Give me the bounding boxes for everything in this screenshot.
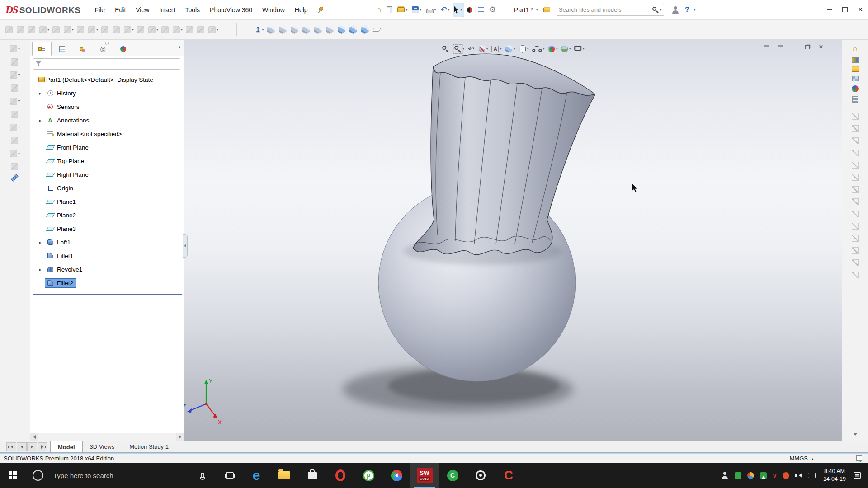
opera-icon[interactable] <box>326 463 354 488</box>
feature-tool-icon[interactable]: ▾ <box>38 23 50 37</box>
section-view-icon[interactable]: ▾ <box>477 42 490 55</box>
doc-minimize-button[interactable] <box>788 42 799 52</box>
taskbar-clock[interactable]: 8:40 AM 14-04-19 <box>823 468 846 483</box>
filter-input[interactable] <box>44 61 178 67</box>
normal-to-icon[interactable]: ▾ <box>254 23 264 37</box>
feature-tool-icon[interactable]: ▾ <box>10 124 20 131</box>
feature-tool-icon[interactable] <box>136 23 146 37</box>
annotation-views-icon[interactable]: ▾ <box>491 42 503 55</box>
new-window-icon[interactable] <box>761 42 772 52</box>
edge-icon[interactable]: e <box>242 463 270 488</box>
menu-item[interactable]: File <box>90 0 110 19</box>
dimxpertmanager-tab-icon[interactable] <box>93 42 113 56</box>
menu-item[interactable]: View <box>131 0 154 19</box>
sketch-tool-icon[interactable] <box>852 162 859 169</box>
search-icon[interactable] <box>652 6 659 14</box>
sketch-tool-icon[interactable] <box>852 198 859 205</box>
tree-item[interactable]: Material <not specified> <box>30 127 184 141</box>
feature-tool-icon[interactable] <box>76 23 86 37</box>
microphone-icon[interactable] <box>200 471 205 480</box>
design-library-icon[interactable] <box>852 57 859 63</box>
sketch-tool-icon[interactable] <box>852 247 859 254</box>
feature-tool-icon[interactable]: ▾ <box>10 150 20 157</box>
sketch-tool-icon[interactable] <box>852 272 859 278</box>
view-left-icon[interactable] <box>290 23 300 37</box>
apply-scene-icon[interactable]: ▾ <box>560 42 572 55</box>
camtasia-recorder-icon[interactable] <box>495 463 523 488</box>
feature-tool-icon[interactable]: ▾ <box>147 23 159 37</box>
sketch-tool-icon[interactable] <box>852 137 859 144</box>
feature-tool-icon[interactable] <box>5 23 14 37</box>
expander-arrow-icon[interactable]: ▸ <box>36 267 45 272</box>
feature-tool-icon[interactable] <box>160 23 170 37</box>
view-settings-icon[interactable]: ▾ <box>573 42 586 55</box>
zoom-to-area-icon[interactable]: ▾ <box>453 42 466 55</box>
action-center-icon[interactable] <box>854 472 861 479</box>
view-bottom-icon[interactable] <box>325 23 335 37</box>
feature-tool-icon[interactable]: ▾ <box>87 23 99 37</box>
view-dimetric-icon[interactable] <box>360 23 371 37</box>
configurationmanager-tab-icon[interactable] <box>73 42 92 56</box>
help-chevron-icon[interactable]: ▾ <box>694 8 696 12</box>
sketch-tool-icon[interactable] <box>852 125 859 132</box>
displaymanager-tab-icon[interactable] <box>113 42 133 56</box>
hide-show-items-icon[interactable]: ▾ <box>531 42 546 55</box>
document-tab[interactable]: Model <box>50 441 83 452</box>
file-explorer-taskbar-icon[interactable] <box>270 463 298 488</box>
feature-tool-icon[interactable] <box>112 23 122 37</box>
menu-item[interactable]: Edit <box>110 0 131 19</box>
command-list-icon[interactable] <box>476 3 486 17</box>
panel-scrollbar[interactable] <box>30 433 184 441</box>
resources-home-icon[interactable] <box>853 44 857 53</box>
panel-collapse-handle[interactable] <box>105 42 109 45</box>
feature-tool-icon[interactable]: ▾ <box>10 98 20 105</box>
appearances-icon[interactable] <box>852 85 859 92</box>
menu-item[interactable]: Help <box>290 0 313 19</box>
view-palette-icon[interactable] <box>852 76 859 81</box>
feature-tool-icon[interactable]: ▾ <box>172 23 184 37</box>
tray-red-icon[interactable] <box>783 472 789 479</box>
rollback-bar[interactable] <box>33 294 182 295</box>
cortana-button[interactable] <box>25 463 51 488</box>
sketch-tool-icon[interactable] <box>852 235 859 242</box>
open-document-icon[interactable]: ▾ <box>396 3 409 17</box>
graphics-area[interactable]: Y Z X ▾ <box>184 40 842 441</box>
document-title[interactable]: Part1 * ▾ <box>514 6 538 14</box>
tree-item[interactable]: Sensors <box>30 100 184 113</box>
options-gear-icon[interactable] <box>487 3 499 17</box>
feature-tool-icon[interactable] <box>11 58 19 66</box>
tree-item[interactable]: Right Plane <box>30 168 184 181</box>
feature-tool-icon[interactable] <box>16 23 26 37</box>
tree-item[interactable]: Plane1 <box>30 195 184 208</box>
tray-green-icon[interactable] <box>735 472 741 479</box>
feature-tool-icon[interactable] <box>11 111 19 118</box>
tree-item[interactable]: Plane2 <box>30 208 184 222</box>
filter-funnel-icon[interactable] <box>36 61 42 67</box>
menu-item[interactable]: Tools <box>180 0 205 19</box>
menu-item[interactable]: PhotoView 360 <box>205 0 257 19</box>
menu-item[interactable]: Insert <box>154 0 180 19</box>
feature-tool-icon[interactable] <box>52 23 61 37</box>
doc-restore-button[interactable] <box>802 42 813 52</box>
login-icon[interactable] <box>671 6 679 14</box>
document-tab[interactable]: Motion Study 1 <box>122 441 176 452</box>
restore-button[interactable] <box>837 2 853 18</box>
tree-item[interactable]: Top Plane <box>30 154 184 168</box>
tray-multicolor-icon[interactable] <box>747 472 754 479</box>
view-trimetric-icon[interactable] <box>349 23 359 37</box>
search-options-chevron-icon[interactable]: ▾ <box>660 8 662 12</box>
tree-item[interactable]: Plane3 <box>30 222 184 235</box>
zoom-to-fit-icon[interactable] <box>440 42 452 55</box>
utorrent-icon[interactable] <box>354 463 382 488</box>
view-isometric-icon[interactable] <box>337 23 347 37</box>
sketch-tool-icon[interactable] <box>852 186 859 193</box>
model-3d-view[interactable]: Y Z X <box>184 40 842 441</box>
target-app-icon[interactable] <box>467 463 495 488</box>
feature-tool-icon[interactable]: ▾ <box>10 45 20 52</box>
display-icon[interactable] <box>808 473 816 478</box>
store-icon[interactable] <box>298 463 326 488</box>
feature-tool-icon[interactable]: ▾ <box>10 71 20 79</box>
expander-arrow-icon[interactable]: ▸ <box>36 118 45 123</box>
feature-tool-icon[interactable] <box>196 23 206 37</box>
menu-item[interactable]: Window <box>257 0 290 19</box>
